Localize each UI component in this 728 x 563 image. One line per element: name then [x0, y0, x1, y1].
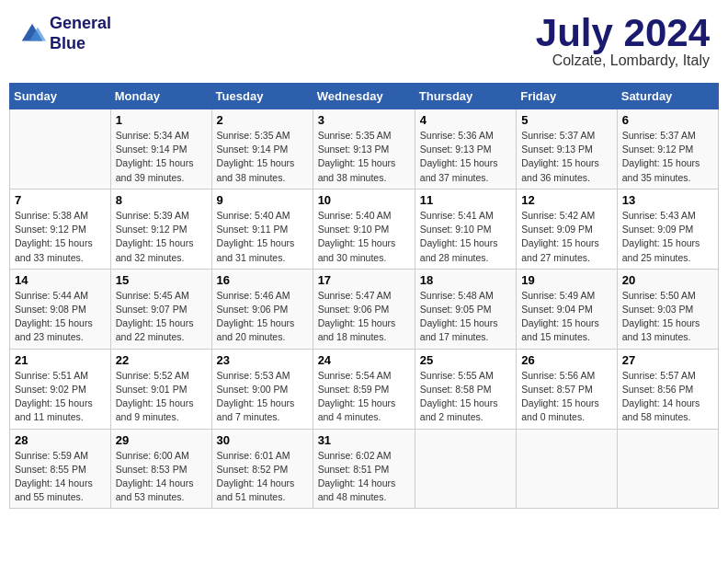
calendar-cell: 19Sunrise: 5:49 AM Sunset: 9:04 PM Dayli…	[517, 269, 618, 349]
header-row: SundayMondayTuesdayWednesdayThursdayFrid…	[10, 84, 719, 109]
calendar-cell	[517, 429, 618, 509]
day-info: Sunrise: 5:48 AM Sunset: 9:05 PM Dayligh…	[420, 289, 511, 345]
calendar-cell: 31Sunrise: 6:02 AM Sunset: 8:51 PM Dayli…	[313, 429, 415, 509]
title-block: July 2024 Colzate, Lombardy, Italy	[536, 14, 710, 69]
calendar-cell: 26Sunrise: 5:56 AM Sunset: 8:57 PM Dayli…	[517, 349, 618, 429]
day-number: 12	[521, 193, 612, 207]
calendar-cell: 11Sunrise: 5:41 AM Sunset: 9:10 PM Dayli…	[415, 189, 516, 269]
day-number: 20	[622, 273, 713, 287]
column-header-wednesday: Wednesday	[313, 84, 415, 109]
week-row-3: 14Sunrise: 5:44 AM Sunset: 9:08 PM Dayli…	[10, 269, 719, 349]
day-info: Sunrise: 5:37 AM Sunset: 9:13 PM Dayligh…	[521, 129, 612, 185]
calendar-cell: 14Sunrise: 5:44 AM Sunset: 9:08 PM Dayli…	[10, 269, 111, 349]
calendar-cell	[415, 429, 516, 509]
day-number: 9	[217, 193, 308, 207]
day-number: 13	[622, 193, 713, 207]
day-info: Sunrise: 5:38 AM Sunset: 9:12 PM Dayligh…	[15, 209, 106, 265]
column-header-thursday: Thursday	[415, 84, 516, 109]
location: Colzate, Lombardy, Italy	[536, 52, 710, 69]
calendar-cell: 22Sunrise: 5:52 AM Sunset: 9:01 PM Dayli…	[110, 349, 211, 429]
day-info: Sunrise: 5:40 AM Sunset: 9:10 PM Dayligh…	[318, 209, 410, 265]
day-info: Sunrise: 5:51 AM Sunset: 9:02 PM Dayligh…	[15, 369, 106, 425]
calendar-cell: 9Sunrise: 5:40 AM Sunset: 9:11 PM Daylig…	[211, 189, 313, 269]
day-number: 4	[420, 113, 511, 127]
day-number: 23	[217, 353, 308, 367]
day-info: Sunrise: 5:47 AM Sunset: 9:06 PM Dayligh…	[318, 289, 410, 345]
column-header-saturday: Saturday	[617, 84, 718, 109]
calendar-cell: 4Sunrise: 5:36 AM Sunset: 9:13 PM Daylig…	[415, 109, 516, 190]
calendar-cell: 13Sunrise: 5:43 AM Sunset: 9:09 PM Dayli…	[617, 189, 718, 269]
day-info: Sunrise: 5:34 AM Sunset: 9:14 PM Dayligh…	[116, 129, 207, 185]
calendar-cell: 10Sunrise: 5:40 AM Sunset: 9:10 PM Dayli…	[313, 189, 415, 269]
day-info: Sunrise: 5:35 AM Sunset: 9:13 PM Dayligh…	[318, 129, 410, 185]
calendar-cell: 7Sunrise: 5:38 AM Sunset: 9:12 PM Daylig…	[10, 189, 111, 269]
day-info: Sunrise: 5:39 AM Sunset: 9:12 PM Dayligh…	[116, 209, 207, 265]
week-row-4: 21Sunrise: 5:51 AM Sunset: 9:02 PM Dayli…	[10, 349, 719, 429]
day-number: 3	[318, 113, 410, 127]
day-number: 31	[318, 433, 410, 447]
column-header-friday: Friday	[517, 84, 618, 109]
day-number: 22	[116, 353, 207, 367]
calendar-cell: 12Sunrise: 5:42 AM Sunset: 9:09 PM Dayli…	[517, 189, 618, 269]
day-info: Sunrise: 5:57 AM Sunset: 8:56 PM Dayligh…	[622, 369, 713, 425]
logo-text: General Blue	[50, 14, 111, 53]
day-number: 19	[521, 273, 612, 287]
day-info: Sunrise: 6:00 AM Sunset: 8:53 PM Dayligh…	[116, 449, 207, 505]
day-number: 27	[622, 353, 713, 367]
calendar-table: SundayMondayTuesdayWednesdayThursdayFrid…	[9, 83, 719, 509]
page-header: General Blue July 2024 Colzate, Lombardy…	[9, 9, 719, 74]
day-number: 17	[318, 273, 410, 287]
calendar-cell: 24Sunrise: 5:54 AM Sunset: 8:59 PM Dayli…	[313, 349, 415, 429]
calendar-cell: 17Sunrise: 5:47 AM Sunset: 9:06 PM Dayli…	[313, 269, 415, 349]
calendar-cell: 6Sunrise: 5:37 AM Sunset: 9:12 PM Daylig…	[617, 109, 718, 190]
day-info: Sunrise: 5:59 AM Sunset: 8:55 PM Dayligh…	[15, 449, 106, 505]
week-row-1: 1Sunrise: 5:34 AM Sunset: 9:14 PM Daylig…	[10, 109, 719, 190]
day-info: Sunrise: 5:43 AM Sunset: 9:09 PM Dayligh…	[622, 209, 713, 265]
column-header-sunday: Sunday	[10, 84, 111, 109]
day-info: Sunrise: 5:50 AM Sunset: 9:03 PM Dayligh…	[622, 289, 713, 345]
day-info: Sunrise: 5:53 AM Sunset: 9:00 PM Dayligh…	[217, 369, 308, 425]
day-info: Sunrise: 5:41 AM Sunset: 9:10 PM Dayligh…	[420, 209, 511, 265]
day-info: Sunrise: 5:35 AM Sunset: 9:14 PM Dayligh…	[217, 129, 308, 185]
day-info: Sunrise: 6:01 AM Sunset: 8:52 PM Dayligh…	[217, 449, 308, 505]
day-number: 28	[15, 433, 106, 447]
day-info: Sunrise: 5:56 AM Sunset: 8:57 PM Dayligh…	[521, 369, 612, 425]
day-number: 25	[420, 353, 511, 367]
calendar-cell	[617, 429, 718, 509]
calendar-cell: 15Sunrise: 5:45 AM Sunset: 9:07 PM Dayli…	[110, 269, 211, 349]
day-number: 24	[318, 353, 410, 367]
day-info: Sunrise: 5:46 AM Sunset: 9:06 PM Dayligh…	[217, 289, 308, 345]
day-number: 10	[318, 193, 410, 207]
calendar-cell: 21Sunrise: 5:51 AM Sunset: 9:02 PM Dayli…	[10, 349, 111, 429]
day-number: 5	[521, 113, 612, 127]
day-number: 8	[116, 193, 207, 207]
calendar-cell: 28Sunrise: 5:59 AM Sunset: 8:55 PM Dayli…	[10, 429, 111, 509]
week-row-5: 28Sunrise: 5:59 AM Sunset: 8:55 PM Dayli…	[10, 429, 719, 509]
day-number: 1	[116, 113, 207, 127]
day-info: Sunrise: 5:42 AM Sunset: 9:09 PM Dayligh…	[521, 209, 612, 265]
column-header-tuesday: Tuesday	[211, 84, 313, 109]
day-info: Sunrise: 5:55 AM Sunset: 8:58 PM Dayligh…	[420, 369, 511, 425]
day-number: 30	[217, 433, 308, 447]
day-info: Sunrise: 5:45 AM Sunset: 9:07 PM Dayligh…	[116, 289, 207, 345]
day-number: 6	[622, 113, 713, 127]
calendar-cell: 1Sunrise: 5:34 AM Sunset: 9:14 PM Daylig…	[110, 109, 211, 190]
calendar-cell: 5Sunrise: 5:37 AM Sunset: 9:13 PM Daylig…	[517, 109, 618, 190]
day-info: Sunrise: 5:49 AM Sunset: 9:04 PM Dayligh…	[521, 289, 612, 345]
calendar-cell: 18Sunrise: 5:48 AM Sunset: 9:05 PM Dayli…	[415, 269, 516, 349]
week-row-2: 7Sunrise: 5:38 AM Sunset: 9:12 PM Daylig…	[10, 189, 719, 269]
calendar-cell: 3Sunrise: 5:35 AM Sunset: 9:13 PM Daylig…	[313, 109, 415, 190]
day-number: 16	[217, 273, 308, 287]
calendar-cell	[10, 109, 111, 190]
calendar-cell: 27Sunrise: 5:57 AM Sunset: 8:56 PM Dayli…	[617, 349, 718, 429]
day-info: Sunrise: 5:40 AM Sunset: 9:11 PM Dayligh…	[217, 209, 308, 265]
calendar-cell: 25Sunrise: 5:55 AM Sunset: 8:58 PM Dayli…	[415, 349, 516, 429]
calendar-cell: 8Sunrise: 5:39 AM Sunset: 9:12 PM Daylig…	[110, 189, 211, 269]
day-number: 15	[116, 273, 207, 287]
day-info: Sunrise: 5:52 AM Sunset: 9:01 PM Dayligh…	[116, 369, 207, 425]
calendar-cell: 16Sunrise: 5:46 AM Sunset: 9:06 PM Dayli…	[211, 269, 313, 349]
day-info: Sunrise: 6:02 AM Sunset: 8:51 PM Dayligh…	[318, 449, 410, 505]
day-info: Sunrise: 5:44 AM Sunset: 9:08 PM Dayligh…	[15, 289, 106, 345]
day-number: 29	[116, 433, 207, 447]
day-number: 14	[15, 273, 106, 287]
